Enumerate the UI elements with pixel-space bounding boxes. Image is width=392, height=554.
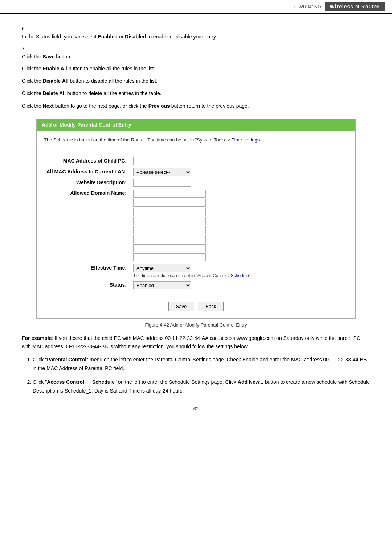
effective-time-row: Effective Time: Anytime The time schedul… [44, 263, 348, 280]
website-input[interactable] [133, 179, 191, 187]
form-notice: The Schedule is based on the time of the… [44, 136, 348, 149]
example-item-1: Click "Parental Control" menu on the lef… [33, 356, 370, 373]
status-label: Status: [44, 280, 131, 291]
mac-input[interactable] [133, 157, 191, 165]
form-table: MAC Address of Child PC: All MAC Address… [44, 156, 348, 291]
domain-input-6[interactable] [133, 235, 206, 243]
effective-time-label: Effective Time: [44, 263, 131, 280]
domain-row: Allowed Domain Name: [44, 188, 348, 263]
all-mac-select[interactable]: --please select-- [133, 168, 191, 176]
status-field-cell: Enabled Disabled [131, 280, 348, 291]
website-label: Website Description: [44, 177, 131, 188]
instruction-6-text: In the Status field, you can select [22, 34, 98, 40]
model-name: TL-WR941ND [291, 4, 321, 9]
all-mac-field-cell: --please select-- [131, 167, 348, 177]
parental-control-form-box: Add or Modify Parental Control Entry The… [36, 119, 356, 319]
domain-inputs-container [133, 190, 346, 261]
page-header: TL-WR941ND Wireless N Router [0, 0, 392, 14]
example-list: Click "Parental Control" menu on the lef… [33, 356, 370, 395]
main-content: 6. In the Status field, you can select E… [0, 21, 392, 422]
instruction-7-text: Click the [22, 54, 43, 59]
para-disable-all: Click the Disable All button to disable … [22, 77, 370, 85]
para-delete-all: Click the Delete All button to delete al… [22, 89, 370, 97]
para-next-prev: Click the Next button to go to the next … [22, 102, 370, 110]
effective-time-field-cell: Anytime The time schedule can be set in … [131, 263, 348, 280]
instruction-7-end: button. [54, 54, 72, 59]
instruction-6-bold1: Enabled [98, 34, 117, 40]
example-item-2: Click "Access Control → Schedule" on the… [33, 378, 370, 395]
time-settings-link[interactable]: Time settings [232, 137, 260, 143]
instruction-6-mid2: to enable or disable your entry. [146, 34, 217, 40]
figure-caption: Figure 4-42 Add or Modify Parental Contr… [22, 322, 370, 328]
schedule-link[interactable]: Schedule [231, 273, 249, 278]
domain-input-7[interactable] [133, 244, 206, 252]
effective-time-select[interactable]: Anytime [133, 264, 191, 272]
mac-field-cell [131, 156, 348, 167]
form-box-inner: The Schedule is based on the time of the… [37, 131, 355, 318]
product-title: Wireless N Router [325, 2, 385, 11]
status-select[interactable]: Enabled Disabled [133, 281, 191, 289]
domain-input-2[interactable] [133, 199, 206, 207]
status-row: Status: Enabled Disabled [44, 280, 348, 291]
form-box-title: Add or Modify Parental Control Entry [37, 119, 355, 131]
para-enable-all: Click the Enable All button to enable al… [22, 65, 370, 73]
domain-input-4[interactable] [133, 217, 206, 225]
instruction-7: 7. Click the Save button. [22, 45, 370, 61]
domain-label: Allowed Domain Name: [44, 188, 131, 263]
instruction-6-mid1: or [118, 34, 125, 40]
domain-fields-cell [131, 188, 348, 263]
instruction-7-bold: Save [43, 54, 55, 59]
website-row: Website Description: [44, 177, 348, 188]
instruction-6-bold2: Disabled [125, 34, 146, 40]
website-field-cell [131, 177, 348, 188]
effective-note: The time schedule can be set in "Access … [133, 273, 346, 278]
form-buttons: Save Back [44, 297, 348, 311]
all-mac-row: All MAC Address In Current LAN: --please… [44, 167, 348, 177]
all-mac-label: All MAC Address In Current LAN: [44, 167, 131, 177]
mac-label: MAC Address of Child PC: [44, 156, 131, 167]
instruction-6: 6. In the Status field, you can select E… [22, 25, 370, 41]
page-number: -62- [22, 406, 370, 411]
save-button[interactable]: Save [168, 302, 195, 311]
back-button[interactable]: Back [198, 302, 224, 311]
domain-input-8[interactable] [133, 253, 206, 261]
domain-input-1[interactable] [133, 190, 206, 198]
example-intro: For example: If you desire that the chil… [22, 334, 370, 352]
domain-input-3[interactable] [133, 208, 206, 216]
domain-input-5[interactable] [133, 226, 206, 234]
mac-row: MAC Address of Child PC: [44, 156, 348, 167]
